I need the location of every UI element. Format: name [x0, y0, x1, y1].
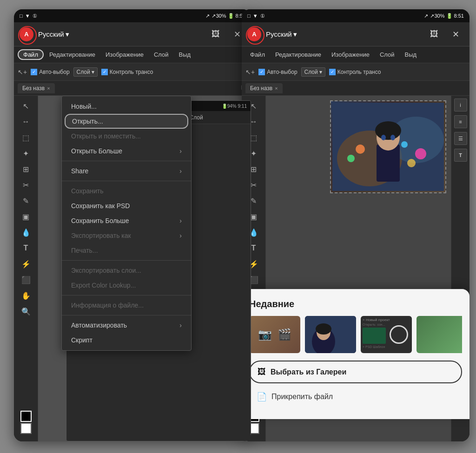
- attach-btn-label: Прикрепить файл: [271, 393, 333, 401]
- tool-marquee[interactable]: ⬚: [18, 130, 34, 145]
- menu-edit-right[interactable]: Редактирование: [271, 49, 326, 60]
- separator-3: [62, 260, 191, 261]
- auto-select-checkbox[interactable]: ✓: [31, 69, 37, 75]
- tool-eraser[interactable]: ▣: [18, 209, 34, 224]
- svg-point-7: [390, 135, 395, 140]
- separator-2: [62, 181, 191, 181]
- info-btn[interactable]: i: [454, 98, 467, 112]
- extra-thumb[interactable]: [416, 316, 462, 353]
- editor-thumb[interactable]: + Новый проект Открыть: сон... + PSD Шаб…: [361, 316, 412, 353]
- menu-share[interactable]: Share: [62, 164, 191, 178]
- menu-bar-left: Файл Редактирование Изображение Слой Выд: [14, 46, 251, 63]
- gallery-button[interactable]: 🖼 Выбрать из Галереи: [249, 361, 462, 383]
- menu-image-left[interactable]: Изображение: [101, 49, 148, 60]
- tool-eyedropper[interactable]: ✂: [18, 177, 34, 192]
- tool-select[interactable]: ↖: [18, 98, 34, 113]
- app-logo-right: A: [247, 27, 261, 41]
- export-icon-left[interactable]: 🖼: [207, 26, 224, 43]
- tabs-bar-left: Без назв × ⧉: [14, 81, 251, 96]
- menu-layer-left[interactable]: Слой: [149, 49, 173, 60]
- tool-shape[interactable]: ⬛: [18, 272, 34, 287]
- language-selector-left[interactable]: Русский ▾: [38, 30, 69, 39]
- move-tool-left: ↖+: [18, 68, 27, 76]
- menu-file-left[interactable]: Файл: [18, 49, 44, 60]
- tool-lasso[interactable]: ✦: [18, 146, 34, 161]
- language-selector-right[interactable]: Русский ▾: [266, 30, 297, 39]
- gallery-btn-label: Выбрать из Галереи: [271, 368, 346, 376]
- close-icon-right[interactable]: ✕: [447, 26, 464, 43]
- menu-open-more[interactable]: Открыть Больше: [62, 144, 191, 158]
- inner-battery: 🔋94% 9:11: [222, 104, 247, 109]
- tool-fill[interactable]: 💧: [18, 225, 34, 240]
- auto-select-right[interactable]: ✓ Авто-выбор: [258, 69, 297, 75]
- menu-new[interactable]: Новый...: [62, 99, 191, 114]
- menu-script[interactable]: Скрипт: [62, 333, 191, 348]
- auto-select-left[interactable]: ✓ Авто-выбор: [31, 69, 69, 75]
- tool-pen[interactable]: ⚡: [18, 256, 34, 271]
- toolbar-right: ↖+ ✓ Авто-выбор Слой ▾ ✓ Контроль трансо: [242, 63, 469, 81]
- auto-select-checkbox-right[interactable]: ✓: [258, 69, 265, 75]
- svg-point-11: [407, 159, 416, 167]
- control-checkbox-right[interactable]: ✓: [329, 69, 336, 75]
- svg-point-12: [401, 141, 408, 148]
- anime-svg: [332, 103, 444, 191]
- menu-export-as: Экспортировать как: [62, 228, 191, 243]
- control-checkbox[interactable]: ✓: [101, 69, 108, 75]
- menu-edit-left[interactable]: Редактирование: [45, 49, 100, 60]
- control-transform-left[interactable]: ✓ Контроль трансо: [101, 69, 153, 75]
- menu-layer-right[interactable]: Слой: [375, 49, 399, 60]
- menu-automate[interactable]: Автоматизировать: [62, 318, 191, 333]
- camera-thumb[interactable]: 📷 🎬: [249, 316, 300, 353]
- wifi-icon-right: ▼: [253, 13, 258, 19]
- menu-view-right[interactable]: Выд: [400, 49, 422, 60]
- svg-point-5: [375, 121, 401, 140]
- layers-btn[interactable]: ≡: [454, 115, 467, 128]
- recent-title: Недавние: [249, 299, 462, 309]
- menu-save-more[interactable]: Сохранить Больше: [62, 213, 191, 228]
- menu-image-right[interactable]: Изображение: [327, 49, 374, 60]
- tool-move[interactable]: ↔: [18, 114, 34, 129]
- attach-button[interactable]: 📄 Прикрепить файл: [249, 387, 462, 407]
- tab-close-left[interactable]: ×: [47, 85, 50, 91]
- layer-select-left[interactable]: Слой ▾: [73, 67, 98, 77]
- anime-thumb[interactable]: [305, 316, 356, 353]
- menu-print: Печать...: [62, 243, 191, 258]
- control-transform-right[interactable]: ✓ Контроль трансо: [329, 69, 381, 75]
- channels-btn[interactable]: ☰: [454, 132, 467, 145]
- app-logo-left: A: [20, 27, 33, 41]
- tab-right[interactable]: Без назв ×: [245, 83, 283, 93]
- text-btn[interactable]: T: [454, 149, 467, 162]
- svg-point-9: [347, 155, 355, 162]
- video-icon: 🎬: [278, 328, 291, 341]
- app-header-left: A Русский ▾ 🖼 ✕: [14, 22, 251, 46]
- tab-left[interactable]: Без назв ×: [18, 83, 55, 93]
- menu-save-psd[interactable]: Сохранить как PSD: [62, 198, 191, 213]
- status-bar-left: □ ▼ ① ↗ ↗30% 🔋 8:51: [14, 9, 251, 22]
- tool-text[interactable]: T: [18, 241, 34, 256]
- select-arrow-right: ▾: [319, 69, 322, 75]
- separator-1: [62, 161, 191, 161]
- tab-close-right[interactable]: ×: [275, 85, 278, 91]
- tool-crop[interactable]: ⊞: [18, 162, 34, 177]
- camera-thumb-content: 📷 🎬: [249, 316, 300, 353]
- tool-zoom[interactable]: 🔍: [18, 304, 34, 319]
- phone-left: □ ▼ ① ↗ ↗30% 🔋 8:51 A Русский ▾ 🖼 ✕ Файл…: [14, 9, 251, 441]
- thumb-circle: [390, 325, 408, 344]
- editor-thumb-subtitle: Открыть: сон...: [363, 323, 410, 326]
- anime-thumb-content: [305, 316, 356, 353]
- tool-brush[interactable]: ✎: [18, 193, 34, 208]
- tool-hand[interactable]: ✋: [18, 288, 34, 303]
- menu-open[interactable]: Открыть...: [65, 114, 188, 129]
- status-bar-right: □ ▼ ① ↗ ↗30% 🔋 8:51: [242, 9, 469, 22]
- menu-open-place: Открыть и поместить...: [62, 129, 191, 144]
- menu-file-right[interactable]: Файл: [245, 49, 270, 60]
- file-dropdown-menu: Новый... Открыть... Открыть и поместить.…: [61, 96, 192, 351]
- layer-select-right[interactable]: Слой ▾: [301, 67, 325, 77]
- app-header-right: A Русский ▾ 🖼 ✕: [242, 22, 469, 46]
- select-arrow: ▾: [92, 69, 94, 75]
- anime-thumb-svg: [305, 316, 356, 353]
- export-icon-right[interactable]: 🖼: [426, 26, 443, 43]
- menu-view-left[interactable]: Выд: [174, 49, 196, 60]
- left-toolbar-left: ↖ ↔ ⬚ ✦ ⊞ ✂ ✎ ▣ 💧 T ⚡ ⬛ ✋ 🔍: [14, 96, 38, 441]
- dropdown-arrow-left: ▾: [66, 30, 69, 39]
